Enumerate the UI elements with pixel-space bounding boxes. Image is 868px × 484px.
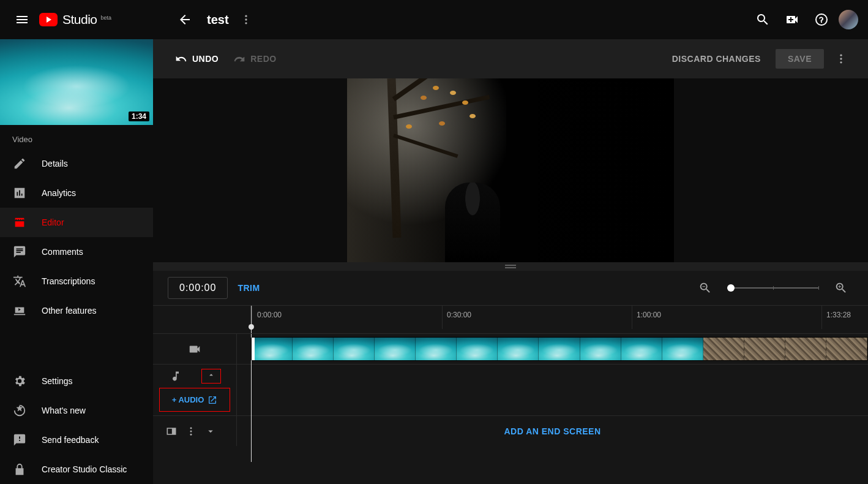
more-vert-icon <box>240 13 252 26</box>
sidebar-item-details[interactable]: Details <box>0 149 153 178</box>
undo-button[interactable]: UNDO <box>168 48 226 70</box>
svg-point-7 <box>190 430 192 432</box>
other-features-icon <box>12 303 27 318</box>
help-button[interactable] <box>809 7 834 32</box>
zoom-out-icon <box>698 281 712 295</box>
sidebar-item-other-features[interactable]: Other features <box>0 296 153 325</box>
add-end-screen-button[interactable]: ADD AN END SCREEN <box>237 416 868 446</box>
zoom-slider[interactable] <box>727 287 819 289</box>
create-button[interactable] <box>780 7 804 32</box>
sidebar-item-label: Transcriptions <box>42 276 95 286</box>
new-icon <box>12 403 27 418</box>
video-track-icon <box>187 342 202 357</box>
sidebar: 1:34 Video Details Analytics Editor Comm… <box>0 39 153 484</box>
search-button[interactable] <box>750 7 775 32</box>
arrow-left-icon <box>178 12 192 27</box>
endscreen-track: ADD AN END SCREEN <box>153 415 868 446</box>
logo-text: Studio <box>62 12 97 27</box>
sidebar-section-label: Video <box>0 125 153 149</box>
sidebar-item-label: Details <box>42 159 68 168</box>
discard-changes-button[interactable]: DISCARD CHANGES <box>662 49 771 69</box>
add-audio-button[interactable]: + AUDIO <box>159 388 230 412</box>
audio-track-body[interactable] <box>237 365 868 415</box>
title-more-button[interactable] <box>234 7 258 32</box>
help-icon <box>814 12 829 27</box>
sidebar-item-editor[interactable]: Editor <box>0 208 153 237</box>
sidebar-item-settings[interactable]: Settings <box>0 366 153 396</box>
zoom-in-button[interactable] <box>829 276 853 300</box>
sidebar-item-comments[interactable]: Comments <box>0 237 153 267</box>
svg-point-0 <box>245 15 247 17</box>
video-clip[interactable] <box>251 337 868 361</box>
sidebar-item-label: Settings <box>42 376 73 386</box>
svg-point-4 <box>840 58 842 59</box>
sidebar-item-send-feedback[interactable]: Send feedback <box>0 425 153 455</box>
studio-logo[interactable]: Studio beta <box>39 12 111 27</box>
chevron-down-icon[interactable] <box>203 424 218 439</box>
hamburger-icon <box>15 12 29 27</box>
timecode-input[interactable]: 0:00:00 <box>168 277 228 299</box>
youtube-play-icon <box>39 13 58 26</box>
sidebar-item-whats-new[interactable]: What's new <box>0 396 153 425</box>
svg-point-5 <box>840 61 842 63</box>
sidebar-item-label: Comments <box>42 247 83 257</box>
account-avatar[interactable] <box>839 10 858 29</box>
preview-resize-handle[interactable] <box>153 262 868 271</box>
more-vert-icon <box>835 53 847 65</box>
audio-track-head: + AUDIO <box>153 365 237 415</box>
project-title: test <box>207 13 229 27</box>
svg-point-1 <box>245 18 247 20</box>
sidebar-item-analytics[interactable]: Analytics <box>0 178 153 208</box>
gear-icon <box>12 374 27 388</box>
comments-icon <box>12 244 27 259</box>
redo-label: REDO <box>250 54 276 64</box>
video-preview <box>153 78 868 262</box>
trim-button[interactable]: TRIM <box>238 283 260 293</box>
pencil-icon <box>12 156 27 171</box>
playhead-handle[interactable] <box>249 324 254 330</box>
video-track-body[interactable] <box>237 334 868 364</box>
toolbar-more-button[interactable] <box>829 47 853 71</box>
video-track <box>153 333 868 364</box>
video-thumbnail[interactable]: 1:34 <box>0 39 153 125</box>
undo-label: UNDO <box>192 54 219 64</box>
timeline-ruler[interactable]: 0:00:00 0:30:00 1:00:00 1:33:28 <box>153 305 868 333</box>
editor-toolbar: UNDO REDO DISCARD CHANGES SAVE <box>153 39 868 78</box>
add-audio-label: + AUDIO <box>172 395 204 404</box>
editor-icon <box>12 215 27 230</box>
more-vert-icon[interactable] <box>184 424 198 439</box>
endscreen-icon <box>164 424 179 439</box>
chevron-up-icon <box>207 371 215 379</box>
sidebar-item-label: Editor <box>42 217 64 227</box>
search-icon <box>755 12 770 27</box>
classic-icon <box>12 462 27 477</box>
create-video-icon <box>785 12 799 27</box>
analytics-icon <box>12 186 27 200</box>
timeline-controls: 0:00:00 TRIM <box>153 271 868 305</box>
back-button[interactable] <box>173 7 197 32</box>
svg-point-2 <box>245 22 247 24</box>
duration-badge: 1:34 <box>129 112 149 121</box>
svg-point-8 <box>190 433 192 435</box>
editor-main: UNDO REDO DISCARD CHANGES SAVE <box>153 39 868 484</box>
audio-collapse-button[interactable] <box>201 369 221 384</box>
transcriptions-icon <box>12 274 27 289</box>
audio-track: + AUDIO <box>153 364 868 415</box>
sidebar-item-label: What's new <box>42 406 86 415</box>
video-track-head <box>153 334 237 364</box>
zoom-out-button[interactable] <box>693 276 717 300</box>
hamburger-menu[interactable] <box>10 7 34 32</box>
svg-point-6 <box>190 427 192 429</box>
logo-beta-badge: beta <box>101 15 112 21</box>
zoom-slider-thumb[interactable] <box>727 284 735 292</box>
sidebar-item-transcriptions[interactable]: Transcriptions <box>0 267 153 296</box>
undo-icon <box>175 53 187 65</box>
sidebar-item-classic[interactable]: Creator Studio Classic <box>0 455 153 484</box>
music-note-icon <box>168 369 183 384</box>
sidebar-item-label: Analytics <box>42 188 76 198</box>
save-button[interactable]: SAVE <box>776 49 824 69</box>
sidebar-item-label: Creator Studio Classic <box>42 464 127 474</box>
feedback-icon <box>12 433 27 447</box>
time-mark: 0:30:00 <box>447 311 471 319</box>
redo-button[interactable]: REDO <box>226 48 283 70</box>
